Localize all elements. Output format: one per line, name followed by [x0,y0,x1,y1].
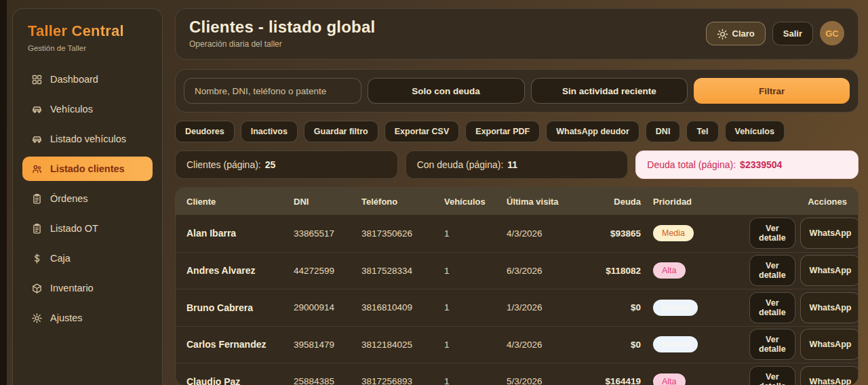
filter-submit-button[interactable]: Filtrar [694,78,850,104]
inactivity-filter-button[interactable]: Sin actividad reciente [531,78,688,104]
stat-total-debt: Deuda total (página): $2339504 [635,150,859,179]
view-detail-button[interactable]: Ver detalle [749,329,795,360]
sidebar-item-label: Dashboard [50,74,98,85]
chip-whatsapp-deudor[interactable]: WhatsApp deudor [546,121,639,142]
table-header-row: Cliente DNI Teléfono Vehículos Última vi… [176,188,858,215]
whatsapp-button[interactable]: WhatsApp [800,255,859,286]
client-phone: 3817256893 [361,376,444,385]
client-dni: 33865517 [294,228,361,239]
page-header: Clientes - listado global Operación diar… [175,8,859,60]
client-last-visit: 5/3/2026 [507,376,592,385]
client-phone: 3817528334 [361,266,444,276]
stat-value: 11 [507,159,517,170]
table-row: Claudio Paz 25884385 3817256893 1 5/3/20… [176,363,858,385]
sidebar-item-label: Órdenes [50,193,88,204]
page-subtitle: Operación diaria del taller [189,39,375,49]
chip-deudores[interactable]: Deudores [175,121,235,142]
chip-exportar-csv[interactable]: Exportar CSV [384,121,460,142]
sidebar-item-label: Inventario [50,283,94,293]
search-input[interactable] [184,78,361,104]
client-vehicles: 1 [444,340,507,350]
gear-icon [31,312,43,324]
whatsapp-button[interactable]: WhatsApp [800,292,859,323]
sun-icon [717,28,727,39]
quick-filter-chips: Deudores Inactivos Guardar filtro Export… [175,121,859,142]
client-dni: 39581479 [294,340,361,350]
col-header-acciones: Acciones [749,197,847,207]
debt-filter-button[interactable]: Solo con deuda [368,78,525,104]
priority-cell: Media [641,225,749,241]
col-header-prioridad: Prioridad [641,197,749,207]
priority-cell: Normal [641,300,749,316]
view-detail-button[interactable]: Ver detalle [749,366,795,385]
client-phone: 3817350626 [361,228,444,239]
chip-tel[interactable]: Tel [686,121,718,142]
window-edge [0,0,7,385]
view-detail-button[interactable]: Ver detalle [749,292,795,323]
stat-value: 25 [265,159,276,170]
priority-badge: Normal [653,336,698,352]
table-body: Alan Ibarra 33865517 3817350626 1 4/3/20… [176,215,858,385]
client-vehicles: 1 [444,376,507,385]
whatsapp-button[interactable]: WhatsApp [800,218,859,249]
actions-cell: Ver detalle WhatsApp [749,329,859,360]
sidebar-item-ajustes[interactable]: Ajustes [22,306,153,330]
sidebar-item-inventario[interactable]: Inventario [22,276,153,300]
client-debt: $118082 [592,266,641,276]
main-content: Clientes - listado global Operación diar… [175,8,859,385]
app-brand-subtitle: Gestión de Taller [22,44,153,52]
client-phone: 3812184025 [361,340,444,350]
app-brand-title: Taller Central [22,22,153,40]
chip-inactivos[interactable]: Inactivos [241,121,298,142]
sidebar-item-caja[interactable]: Caja [22,246,153,270]
client-name: Bruno Cabrera [186,302,294,313]
client-name: Claudio Paz [186,376,294,385]
car-icon [31,103,43,115]
client-phone: 3816810409 [361,302,444,312]
client-vehicles: 1 [444,266,507,276]
table-row: Bruno Cabrera 29000914 3816810409 1 1/3/… [176,289,858,326]
chip-vehiculos[interactable]: Vehículos [725,121,785,142]
page-title: Clientes - listado global [189,18,375,37]
chip-exportar-pdf[interactable]: Exportar PDF [465,121,540,142]
chip-dni[interactable]: DNI [646,121,681,142]
col-header-deuda: Deuda [592,197,641,207]
sidebar-item-label: Caja [50,253,71,264]
header-actions: Claro Salir GC [706,21,844,45]
user-avatar[interactable]: GC [820,21,844,45]
sidebar-item-ordenes[interactable]: Órdenes [22,186,153,211]
priority-badge: Alta [653,373,686,385]
client-name: Alan Ibarra [186,228,294,239]
sidebar-nav: Dashboard Vehículos Listado vehículos Li… [22,67,153,330]
col-header-telefono: Teléfono [361,197,444,207]
sidebar-item-label: Ajustes [50,312,83,323]
sidebar-item-listado-ot[interactable]: Listado OT [22,216,153,241]
sidebar-item-vehiculos[interactable]: Vehículos [22,97,153,121]
col-header-ultima-visita: Última visita [507,197,592,207]
theme-toggle-button[interactable]: Claro [706,22,766,45]
page-header-text: Clientes - listado global Operación diar… [189,18,375,49]
app-root: Taller Central Gestión de Taller Dashboa… [0,0,868,385]
whatsapp-button[interactable]: WhatsApp [800,366,859,385]
client-debt: $93865 [592,228,641,239]
sidebar-item-dashboard[interactable]: Dashboard [22,67,153,92]
stats-row: Clientes (página): 25 Con deuda (página)… [175,150,859,179]
whatsapp-button[interactable]: WhatsApp [800,329,859,360]
client-last-visit: 4/3/2026 [507,228,592,239]
priority-cell: Normal [641,336,749,352]
client-dni: 25884385 [294,376,361,385]
sidebar-item-listado-clientes[interactable]: Listado clientes [22,157,153,181]
view-detail-button[interactable]: Ver detalle [749,218,795,249]
client-debt: $0 [592,302,641,312]
logout-button[interactable]: Salir [772,22,813,45]
col-header-vehiculos: Vehículos [444,197,507,207]
package-icon [31,282,43,294]
clipboard-icon [31,192,43,205]
actions-cell: Ver detalle WhatsApp [749,292,859,323]
sidebar-item-listado-vehiculos[interactable]: Listado vehículos [22,127,153,151]
actions-cell: Ver detalle WhatsApp [749,218,859,249]
chip-guardar-filtro[interactable]: Guardar filtro [304,121,378,142]
priority-cell: Alta [641,373,749,385]
stat-label: Deuda total (página): [647,159,736,170]
view-detail-button[interactable]: Ver detalle [749,255,795,286]
